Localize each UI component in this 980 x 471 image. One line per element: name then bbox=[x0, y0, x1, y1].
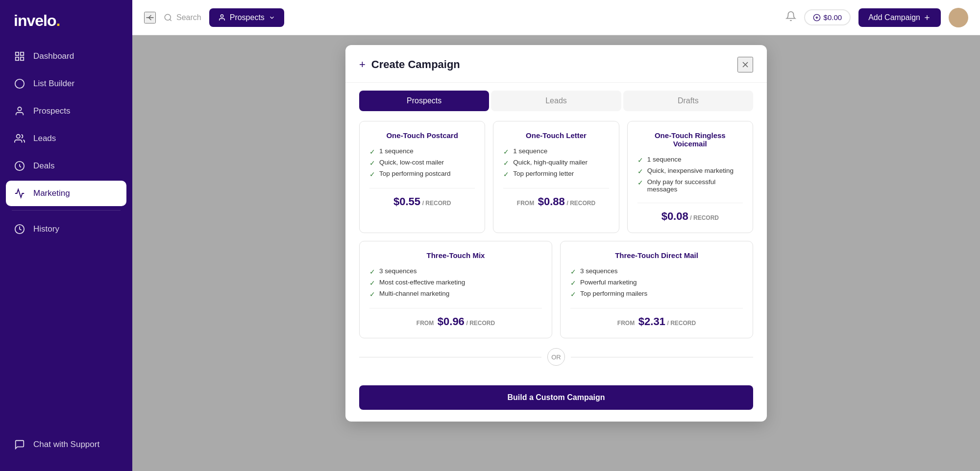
svg-point-5 bbox=[18, 107, 21, 111]
search-bar[interactable]: Search bbox=[164, 13, 201, 22]
card-title: One-Touch Ringless Voicemail bbox=[637, 131, 743, 148]
sidebar-item-label: Marketing bbox=[33, 188, 70, 198]
check-icon: ✓ bbox=[637, 167, 643, 175]
create-campaign-modal: + Create Campaign Prospects Leads Drafts bbox=[345, 45, 767, 422]
plus-icon bbox=[923, 14, 931, 22]
feature-item: ✓3 sequences bbox=[369, 267, 542, 276]
feature-item: ✓Quick, inexpensive marketing bbox=[637, 167, 743, 175]
add-campaign-label: Add Campaign bbox=[868, 13, 920, 22]
sidebar-item-label: Prospects bbox=[33, 106, 71, 116]
modal-body: One-Touch Postcard ✓1 sequence ✓Quick, l… bbox=[345, 111, 767, 385]
card-title: Three-Touch Mix bbox=[369, 251, 542, 259]
feature-item: ✓Most cost-effective marketing bbox=[369, 279, 542, 287]
svg-point-4 bbox=[15, 79, 24, 88]
list-builder-icon bbox=[14, 78, 25, 90]
campaign-cards-row2: Three-Touch Mix ✓3 sequences ✓Most cost-… bbox=[359, 241, 753, 338]
add-campaign-button[interactable]: Add Campaign bbox=[858, 8, 941, 27]
app-logo: invelo. bbox=[0, 0, 132, 44]
or-divider: OR bbox=[359, 348, 753, 366]
sidebar: invelo. Dashboard List Builder Prospects bbox=[0, 0, 132, 471]
custom-campaign-button[interactable]: Build a Custom Campaign bbox=[359, 385, 753, 410]
prospects-btn-label: Prospects bbox=[230, 13, 265, 22]
check-icon: ✓ bbox=[369, 268, 375, 276]
dashboard-icon bbox=[14, 50, 25, 62]
card-one-touch-ringless[interactable]: One-Touch Ringless Voicemail ✓1 sequence… bbox=[627, 121, 753, 233]
sidebar-bottom: Chat with Support bbox=[0, 432, 132, 471]
sidebar-item-marketing[interactable]: Marketing bbox=[6, 181, 126, 206]
card-one-touch-letter[interactable]: One-Touch Letter ✓1 sequence ✓Quick, hig… bbox=[493, 121, 619, 233]
check-icon: ✓ bbox=[369, 148, 375, 156]
sidebar-item-list-builder[interactable]: List Builder bbox=[6, 71, 126, 96]
check-icon: ✓ bbox=[637, 156, 643, 164]
card-price: FROM $0.88 / RECORD bbox=[503, 188, 609, 208]
sidebar-item-label: Dashboard bbox=[33, 51, 74, 61]
feature-item: ✓Top performing postcard bbox=[369, 170, 475, 178]
card-title: One-Touch Postcard bbox=[369, 131, 475, 140]
modal-title: Create Campaign bbox=[371, 58, 460, 71]
avatar bbox=[949, 8, 968, 27]
feature-item: ✓Top performing letter bbox=[503, 170, 609, 178]
modal-close-button[interactable] bbox=[737, 57, 753, 72]
card-features: ✓1 sequence ✓Quick, high-quality mailer … bbox=[503, 147, 609, 178]
feature-item: ✓1 sequence bbox=[369, 147, 475, 156]
svg-rect-2 bbox=[21, 57, 24, 60]
sidebar-item-leads[interactable]: Leads bbox=[6, 126, 126, 151]
card-features: ✓1 sequence ✓Quick, inexpensive marketin… bbox=[637, 156, 743, 193]
deals-icon bbox=[14, 160, 25, 172]
svg-rect-1 bbox=[21, 52, 24, 55]
card-title: Three-Touch Direct Mail bbox=[570, 251, 743, 259]
check-icon: ✓ bbox=[570, 279, 576, 287]
modal-plus-icon: + bbox=[359, 58, 366, 71]
chat-icon bbox=[14, 439, 25, 450]
card-price: $0.08 / RECORD bbox=[637, 203, 743, 223]
card-price: $0.55 / RECORD bbox=[369, 188, 475, 208]
tab-leads[interactable]: Leads bbox=[491, 91, 621, 111]
card-features: ✓1 sequence ✓Quick, low-cost mailer ✓Top… bbox=[369, 147, 475, 178]
prospects-icon bbox=[14, 105, 25, 117]
card-price: FROM $2.31 / RECORD bbox=[570, 308, 743, 328]
feature-item: ✓1 sequence bbox=[503, 147, 609, 156]
sidebar-item-deals[interactable]: Deals bbox=[6, 153, 126, 179]
check-icon: ✓ bbox=[369, 279, 375, 287]
tab-prospects[interactable]: Prospects bbox=[359, 91, 489, 111]
or-line-left bbox=[359, 357, 541, 357]
back-button[interactable] bbox=[144, 12, 156, 24]
sidebar-item-chat[interactable]: Chat with Support bbox=[6, 432, 126, 457]
sidebar-item-dashboard[interactable]: Dashboard bbox=[6, 44, 126, 69]
svg-point-6 bbox=[17, 135, 20, 138]
dollar-icon bbox=[813, 14, 821, 22]
check-icon: ✓ bbox=[637, 179, 643, 187]
svg-rect-3 bbox=[16, 57, 19, 60]
search-label: Search bbox=[176, 13, 201, 22]
modal-overlay[interactable]: + Create Campaign Prospects Leads Drafts bbox=[132, 35, 980, 471]
card-features: ✓3 sequences ✓Most cost-effective market… bbox=[369, 267, 542, 298]
feature-item: ✓Multi-channel marketing bbox=[369, 290, 542, 298]
or-line-right bbox=[571, 357, 753, 357]
check-icon: ✓ bbox=[369, 170, 375, 178]
feature-item: ✓Only pay for successful messages bbox=[637, 178, 743, 193]
page-background: + Create Campaign Prospects Leads Drafts bbox=[132, 35, 980, 471]
card-features: ✓3 sequences ✓Powerful marketing ✓Top pe… bbox=[570, 267, 743, 298]
topbar: Search Prospects $0.00 Add Campaign bbox=[132, 0, 980, 35]
sidebar-item-history[interactable]: History bbox=[6, 216, 126, 242]
feature-item: ✓Top performing mailers bbox=[570, 290, 743, 298]
feature-item: ✓3 sequences bbox=[570, 267, 743, 276]
modal-header: + Create Campaign bbox=[345, 45, 767, 83]
search-icon bbox=[164, 13, 172, 22]
notifications-button[interactable] bbox=[785, 11, 796, 24]
modal-tabs: Prospects Leads Drafts bbox=[345, 83, 767, 111]
leads-icon bbox=[14, 133, 25, 144]
tab-drafts[interactable]: Drafts bbox=[623, 91, 753, 111]
sidebar-item-label: History bbox=[33, 224, 59, 234]
card-title: One-Touch Letter bbox=[503, 131, 609, 140]
balance-button[interactable]: $0.00 bbox=[804, 9, 851, 25]
sidebar-item-prospects[interactable]: Prospects bbox=[6, 98, 126, 124]
svg-rect-0 bbox=[16, 52, 19, 55]
check-icon: ✓ bbox=[503, 148, 509, 156]
prospects-filter-button[interactable]: Prospects bbox=[209, 8, 284, 27]
sidebar-nav: Dashboard List Builder Prospects Leads bbox=[0, 44, 132, 432]
feature-item: ✓Quick, high-quality mailer bbox=[503, 159, 609, 167]
card-three-touch-direct[interactable]: Three-Touch Direct Mail ✓3 sequences ✓Po… bbox=[560, 241, 753, 338]
card-one-touch-postcard[interactable]: One-Touch Postcard ✓1 sequence ✓Quick, l… bbox=[359, 121, 485, 233]
card-three-touch-mix[interactable]: Three-Touch Mix ✓3 sequences ✓Most cost-… bbox=[359, 241, 552, 338]
